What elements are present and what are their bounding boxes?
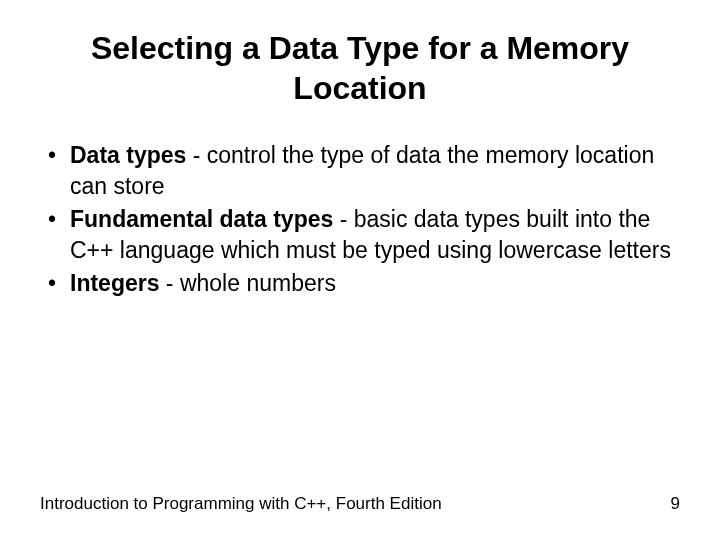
term: Data types: [70, 142, 186, 168]
slide-footer: Introduction to Programming with C++, Fo…: [40, 494, 680, 514]
list-item: Fundamental data types - basic data type…: [44, 204, 680, 266]
term: Integers: [70, 270, 159, 296]
bullet-list: Data types - control the type of data th…: [40, 140, 680, 299]
list-item: Data types - control the type of data th…: [44, 140, 680, 202]
definition: - whole numbers: [159, 270, 335, 296]
page-number: 9: [671, 494, 680, 514]
term: Fundamental data types: [70, 206, 333, 232]
footer-source: Introduction to Programming with C++, Fo…: [40, 494, 442, 514]
list-item: Integers - whole numbers: [44, 268, 680, 299]
slide-title: Selecting a Data Type for a Memory Locat…: [40, 28, 680, 108]
